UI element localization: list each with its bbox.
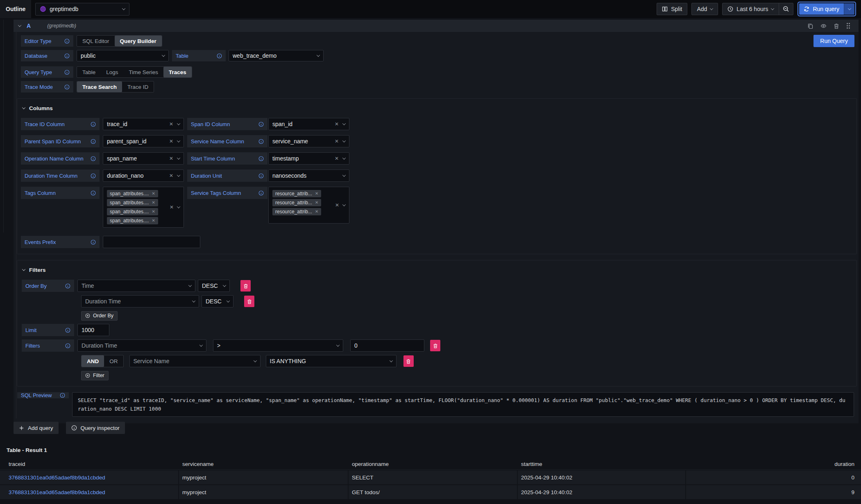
limit-input[interactable]: 1000 <box>77 324 109 336</box>
remove-chip-icon[interactable]: ✕ <box>315 210 318 214</box>
info-icon[interactable] <box>258 139 264 144</box>
duration-unit-select[interactable]: nanoseconds <box>268 170 349 182</box>
clear-icon[interactable]: ✕ <box>335 139 339 144</box>
duplicate-query-button[interactable] <box>807 23 813 29</box>
trace-id-link[interactable]: 3768831301ea0d65adaef8b9da1cbded <box>9 475 105 481</box>
order-by-field-select[interactable]: Duration Time <box>81 295 199 307</box>
info-icon[interactable] <box>64 84 70 90</box>
info-icon[interactable] <box>91 156 96 161</box>
info-icon[interactable] <box>60 393 65 398</box>
filter-operator-select[interactable]: > <box>213 339 343 352</box>
clear-icon[interactable]: ✕ <box>169 156 173 161</box>
duration-time-column-select[interactable]: duration_nano✕ <box>103 170 184 182</box>
hide-query-button[interactable] <box>820 23 827 29</box>
info-icon[interactable] <box>91 240 96 245</box>
add-order-by-button[interactable]: Order By <box>81 311 118 321</box>
table-select[interactable]: web_trace_demo <box>229 50 324 61</box>
filters-section-header[interactable]: Filters <box>23 265 853 275</box>
columns-section-header[interactable]: Columns <box>23 103 853 113</box>
add-query-button[interactable]: Add query <box>14 422 59 434</box>
split-button[interactable]: Split <box>657 3 687 15</box>
clear-icon[interactable]: ✕ <box>169 122 173 127</box>
remove-chip-icon[interactable]: ✕ <box>315 201 318 205</box>
info-icon[interactable] <box>64 38 70 44</box>
tags-column-multiselect[interactable]: span_attributes....✕ span_attributes....… <box>103 187 184 228</box>
order-by-direction-select[interactable]: DESC <box>202 295 233 307</box>
clear-icon[interactable]: ✕ <box>335 156 339 161</box>
header-duration[interactable]: duration <box>686 461 861 467</box>
remove-order-by-button[interactable] <box>240 280 251 292</box>
header-operationname[interactable]: operationname <box>349 461 518 467</box>
span-id-column-select[interactable]: span_id✕ <box>268 118 349 130</box>
service-name-column-select[interactable]: service_name✕ <box>268 135 349 147</box>
clear-icon[interactable]: ✕ <box>169 173 173 178</box>
filter-field-select[interactable]: Duration Time <box>77 339 206 352</box>
query-type-traces[interactable]: Traces <box>163 67 192 77</box>
remove-chip-icon[interactable]: ✕ <box>152 192 155 196</box>
query-type-table[interactable]: Table <box>77 67 101 77</box>
header-starttime[interactable]: starttime <box>518 461 686 467</box>
drag-handle[interactable] <box>846 23 850 29</box>
info-icon[interactable] <box>91 190 96 196</box>
info-icon[interactable] <box>64 70 70 75</box>
query-inspector-button[interactable]: Query inspector <box>66 422 125 434</box>
events-prefix-input[interactable] <box>103 236 200 248</box>
info-icon[interactable] <box>258 190 264 196</box>
trace-mode-trace-id[interactable]: Trace ID <box>122 81 154 92</box>
add-filter-button[interactable]: Filter <box>81 371 109 380</box>
outline-toggle[interactable]: Outline <box>0 0 31 18</box>
database-select[interactable]: public <box>77 50 169 61</box>
editor-type-query-builder[interactable]: Query Builder <box>115 36 162 46</box>
service-tags-column-multiselect[interactable]: resource_attrib...✕ resource_attrib...✕ … <box>268 187 349 224</box>
remove-query-button[interactable] <box>834 23 839 29</box>
add-button[interactable]: Add <box>691 3 718 15</box>
filter-value-input[interactable]: 0 <box>350 339 424 352</box>
logic-or-button[interactable]: OR <box>104 355 123 367</box>
order-by-field-select[interactable]: Time <box>77 280 195 292</box>
clear-icon[interactable]: ✕ <box>169 139 173 144</box>
remove-chip-icon[interactable]: ✕ <box>152 210 155 214</box>
order-by-direction-select[interactable]: DESC <box>198 280 230 292</box>
datasource-picker[interactable]: greptimedb <box>35 3 129 16</box>
parent-span-id-column-select[interactable]: parent_span_id✕ <box>103 135 184 147</box>
time-range-button[interactable]: Last 6 hours <box>723 3 779 15</box>
info-icon[interactable] <box>258 156 264 161</box>
info-icon[interactable] <box>65 283 70 289</box>
info-icon[interactable] <box>91 139 96 144</box>
query-type-logs[interactable]: Logs <box>101 67 123 77</box>
zoom-out-time-button[interactable] <box>779 3 793 15</box>
info-icon[interactable] <box>64 53 70 59</box>
info-icon[interactable] <box>217 53 222 59</box>
query-row-header[interactable]: A (greptimedb) <box>14 20 859 32</box>
filter-operator-select[interactable]: IS ANYTHING <box>266 355 397 367</box>
filter-field-select[interactable]: Service Name <box>129 355 261 367</box>
trace-mode-trace-search[interactable]: Trace Search <box>77 81 122 92</box>
info-icon[interactable] <box>65 328 70 333</box>
clear-icon[interactable]: ✕ <box>335 122 339 127</box>
info-icon[interactable] <box>258 173 264 179</box>
header-servicename[interactable]: servicename <box>179 461 349 467</box>
info-icon[interactable] <box>258 122 264 127</box>
info-icon[interactable] <box>91 122 96 127</box>
query-type-time-series[interactable]: Time Series <box>124 67 164 77</box>
header-traceid[interactable]: traceid <box>0 461 179 467</box>
clear-all-icon[interactable]: ✕ <box>335 203 339 208</box>
trace-id-column-select[interactable]: trace_id✕ <box>103 118 184 130</box>
panel-run-query-button[interactable]: Run Query <box>813 35 854 47</box>
remove-filter-button[interactable] <box>403 355 414 367</box>
remove-chip-icon[interactable]: ✕ <box>152 219 155 223</box>
run-query-dropdown[interactable] <box>844 3 854 15</box>
start-time-column-select[interactable]: timestamp✕ <box>268 152 349 165</box>
info-icon[interactable] <box>91 173 96 179</box>
logic-and-button[interactable]: AND <box>82 355 104 367</box>
remove-chip-icon[interactable]: ✕ <box>152 201 155 205</box>
remove-order-by-button[interactable] <box>244 296 254 307</box>
run-query-button[interactable]: Run query <box>799 3 844 15</box>
remove-chip-icon[interactable]: ✕ <box>315 192 318 196</box>
operation-name-column-select[interactable]: span_name✕ <box>103 152 184 165</box>
editor-type-sql-editor[interactable]: SQL Editor <box>77 36 115 46</box>
clear-all-icon[interactable]: ✕ <box>170 205 174 210</box>
trace-id-link[interactable]: 3768831301ea0d65adaef8b9da1cbded <box>9 489 105 495</box>
info-icon[interactable] <box>65 343 70 348</box>
remove-filter-button[interactable] <box>430 340 440 351</box>
